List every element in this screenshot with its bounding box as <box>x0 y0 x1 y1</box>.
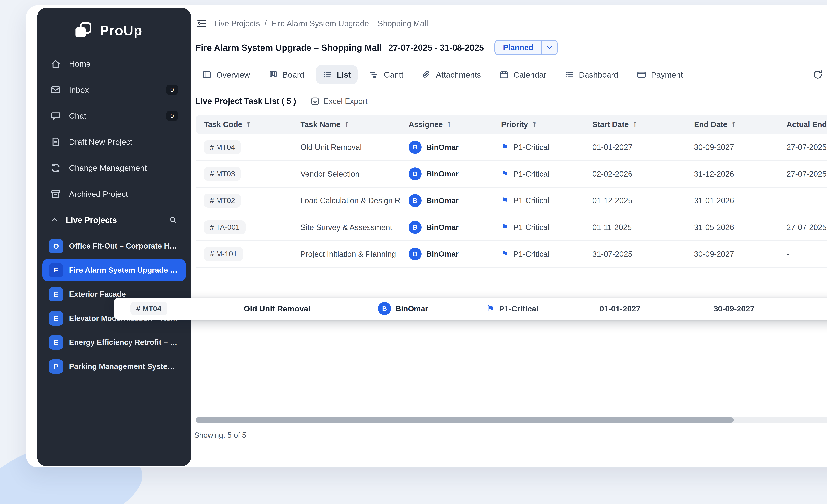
actual-end-date: - <box>778 249 827 259</box>
topbar: Live Projects / Fire Alarm System Upgrad… <box>195 13 827 34</box>
tab-gantt[interactable]: Gantt <box>363 65 410 84</box>
project-header: Fire Alarm System Upgrade – Shopping Mal… <box>195 38 827 57</box>
task-code-chip: # M-101 <box>204 247 243 261</box>
page-title: Fire Alarm System Upgrade – Shopping Mal… <box>195 43 382 53</box>
task-code-chip: # TA-001 <box>204 220 245 234</box>
sidebar-project-item[interactable]: E Energy Efficiency Retrofit – Offic... <box>42 331 186 353</box>
tab-overview[interactable]: Overview <box>195 65 256 84</box>
board-icon <box>268 70 278 79</box>
sidebar-project-item[interactable]: P Parking Management System In... <box>42 355 186 378</box>
change-icon <box>50 162 61 173</box>
chevron-up-icon <box>50 216 59 225</box>
task-list-title: Live Project Task List ( 5 ) <box>195 96 296 106</box>
sidebar-item-inbox[interactable]: Inbox 0 <box>37 77 191 103</box>
column-header[interactable]: Assignee↑ <box>400 120 493 129</box>
table-row[interactable]: # TA-001 Site Survey & Assessment B BinO… <box>195 214 827 241</box>
priority-label: P1-Critical <box>499 304 539 313</box>
assignee-avatar: B <box>408 167 422 180</box>
sidebar-item-archived-project[interactable]: Archived Project <box>37 181 191 207</box>
assignee-name: BinOmar <box>396 304 428 313</box>
sidebar-item-label: Chat <box>69 111 158 120</box>
chevron-down-icon <box>541 41 557 54</box>
search-icon[interactable] <box>169 216 178 225</box>
table-row[interactable]: # M-101 Project Initiation & Planning B … <box>195 241 827 268</box>
sort-up-icon: ↑ <box>531 120 537 128</box>
sidebar-item-chat[interactable]: Chat 0 <box>37 103 191 129</box>
tab-attachments[interactable]: Attachments <box>415 65 487 84</box>
task-code-chip: # MT04 <box>130 302 167 316</box>
dragged-task-row[interactable]: # MT04 Old Unit Removal B BinOmar ⚑ P1-C… <box>114 298 827 320</box>
sidebar-project-item[interactable]: F Fire Alarm System Upgrade – Sh... <box>42 259 186 281</box>
start-date: 02-02-2026 <box>584 169 686 178</box>
sidebar-item-home[interactable]: Home <box>37 51 191 77</box>
start-date: 31-07-2025 <box>584 249 686 259</box>
column-header[interactable]: Actual End Date↑ <box>778 120 827 129</box>
task-code-chip: # MT03 <box>204 167 241 181</box>
start-date: 01-12-2025 <box>584 196 686 205</box>
excel-export-button[interactable]: Excel Export <box>310 97 368 106</box>
sidebar-section-live-projects[interactable]: Live Projects <box>37 207 191 233</box>
tab-label: Attachments <box>436 70 481 79</box>
assignee-avatar: B <box>408 194 422 207</box>
sort-up-icon: ↑ <box>632 120 638 128</box>
column-header[interactable]: Priority↑ <box>493 120 584 129</box>
priority-label: P1-Critical <box>513 169 549 178</box>
tab-board[interactable]: Board <box>262 65 311 84</box>
tab-payment[interactable]: Payment <box>630 65 689 84</box>
sidebar-item-draft-new-project[interactable]: Draft New Project <box>37 129 191 155</box>
project-avatar: P <box>49 359 63 374</box>
project-avatar: O <box>49 239 63 253</box>
tab-list[interactable]: List <box>316 65 357 84</box>
scrollbar-thumb[interactable] <box>195 417 734 423</box>
column-header[interactable]: End Date↑ <box>686 120 778 129</box>
priority-label: P1-Critical <box>513 196 549 205</box>
horizontal-scrollbar[interactable] <box>195 417 827 423</box>
assignee-name: BinOmar <box>426 143 459 152</box>
priority-label: P1-Critical <box>513 223 549 232</box>
sidebar-item-change-management[interactable]: Change Management <box>37 155 191 181</box>
tab-label: Overview <box>216 70 250 79</box>
calendar-icon <box>499 70 509 79</box>
priority-label: P1-Critical <box>513 249 549 259</box>
project-status-value: Planned <box>495 43 541 52</box>
tab-calendar[interactable]: Calendar <box>493 65 553 84</box>
assignee-name: BinOmar <box>426 196 459 205</box>
home-icon <box>50 58 61 69</box>
sidebar-toggle-icon[interactable] <box>195 18 208 29</box>
sort-up-icon: ↑ <box>731 120 736 128</box>
column-header[interactable]: Start Date↑ <box>584 120 686 129</box>
tab-actions: Add Task <box>812 65 827 84</box>
cube-icon <box>74 21 93 40</box>
archive-icon <box>50 188 61 200</box>
breadcrumb-separator: / <box>264 19 266 28</box>
table-row[interactable]: # MT02 Load Calculation & Design Review … <box>195 187 827 214</box>
table-row[interactable]: # MT03 Vendor Selection B BinOmar ⚑ P1-C… <box>195 161 827 187</box>
project-avatar: F <box>49 263 63 277</box>
list-icon <box>322 70 332 79</box>
sort-up-icon: ↑ <box>446 120 452 128</box>
refresh-icon[interactable] <box>812 69 823 80</box>
tab-dashboard[interactable]: Dashboard <box>558 65 625 84</box>
project-status-select[interactable]: Planned <box>494 40 558 55</box>
end-date: 30-09-2027 <box>686 249 778 259</box>
app-root: ProUp Home Inbox 0 Chat 0 Draft New Proj… <box>0 0 827 504</box>
excel-export-label: Excel Export <box>324 97 368 106</box>
breadcrumb: Live Projects / Fire Alarm System Upgrad… <box>214 19 428 28</box>
assignee-name: BinOmar <box>426 223 459 232</box>
logo: ProUp <box>37 8 191 47</box>
end-date: 31-12-2026 <box>686 169 778 178</box>
table-body: # MT04 Old Unit Removal B BinOmar ⚑ P1-C… <box>195 134 827 268</box>
draft-icon <box>50 136 61 148</box>
project-date-range: 27-07-2025 - 31-08-2025 <box>388 43 484 53</box>
table-row[interactable]: # MT04 Old Unit Removal B BinOmar ⚑ P1-C… <box>195 134 827 161</box>
column-header[interactable]: Task Code↑ <box>195 120 292 129</box>
assignee-name: BinOmar <box>426 169 459 178</box>
task-name: Old Unit Removal <box>292 143 400 152</box>
inbox-icon <box>50 84 61 95</box>
sidebar-project-item[interactable]: O Office Fit-Out – Corporate Head... <box>42 235 186 257</box>
actual-end-date: 27-07-2025 <box>778 223 827 232</box>
column-header[interactable]: Task Name↑ <box>292 120 400 129</box>
assignee-avatar: B <box>408 221 422 234</box>
breadcrumb-item[interactable]: Live Projects <box>214 19 260 28</box>
assignee-avatar: B <box>408 141 422 154</box>
